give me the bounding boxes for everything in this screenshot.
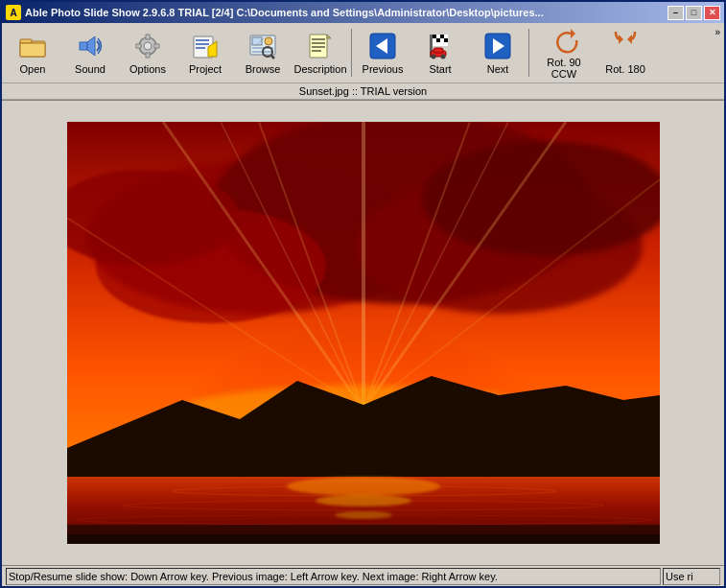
open-label: Open bbox=[20, 63, 46, 75]
start-button[interactable]: Start bbox=[411, 25, 469, 81]
rot180-icon bbox=[610, 31, 641, 61]
options-label: Options bbox=[129, 63, 166, 75]
sound-label: Sound bbox=[75, 63, 105, 75]
svg-rect-28 bbox=[312, 50, 321, 52]
svg-rect-37 bbox=[444, 35, 448, 38]
toolbar: Open Sound bbox=[2, 23, 724, 101]
status-bar: Stop/Resume slide show: Down Arrow key. … bbox=[2, 565, 724, 586]
svg-line-23 bbox=[271, 56, 274, 59]
svg-rect-10 bbox=[154, 44, 159, 48]
app-icon: A bbox=[6, 5, 21, 20]
rot90ccw-button[interactable]: Rot. 90 CCW bbox=[531, 25, 597, 81]
main-window: A Able Photo Slide Show 2.9.6.8 TRIAL [2… bbox=[0, 0, 726, 588]
svg-point-44 bbox=[432, 55, 436, 59]
window-controls: – □ ✕ bbox=[667, 6, 720, 20]
title-bar: A Able Photo Slide Show 2.9.6.8 TRIAL [2… bbox=[2, 2, 724, 23]
svg-rect-26 bbox=[312, 42, 325, 44]
svg-rect-7 bbox=[146, 35, 150, 39]
sound-icon bbox=[75, 31, 105, 61]
close-button[interactable]: ✕ bbox=[704, 6, 720, 20]
svg-point-6 bbox=[144, 42, 152, 50]
sunset-image bbox=[67, 122, 660, 544]
folder-open-icon bbox=[17, 31, 48, 61]
start-icon bbox=[425, 31, 456, 61]
filename-text: Sunset.jpg :: TRIAL version bbox=[299, 85, 427, 97]
svg-rect-12 bbox=[196, 39, 209, 41]
svg-point-18 bbox=[265, 37, 272, 45]
image-container bbox=[8, 106, 718, 559]
overflow-indicator: » bbox=[714, 25, 722, 81]
status-text-left: Stop/Resume slide show: Down Arrow key. … bbox=[6, 568, 661, 585]
browse-label: Browse bbox=[246, 63, 281, 75]
rot90ccw-label: Rot. 90 CCW bbox=[534, 57, 594, 80]
rot90ccw-icon bbox=[549, 26, 579, 55]
svg-rect-79 bbox=[67, 525, 660, 544]
svg-rect-38 bbox=[433, 38, 436, 42]
open-button[interactable]: Open bbox=[4, 25, 61, 81]
next-button[interactable]: Next bbox=[469, 25, 527, 81]
toolbar-row: Open Sound bbox=[2, 23, 724, 82]
svg-rect-41 bbox=[444, 38, 448, 42]
svg-marker-4 bbox=[87, 36, 95, 56]
status-text-right: Use ri bbox=[663, 568, 720, 585]
description-label: Description bbox=[293, 63, 346, 75]
sound-button[interactable]: Sound bbox=[61, 25, 119, 81]
filename-bar: Sunset.jpg :: TRIAL version bbox=[2, 82, 724, 100]
project-icon bbox=[190, 31, 221, 61]
options-button[interactable]: Options bbox=[119, 25, 176, 81]
maximize-button[interactable]: □ bbox=[686, 6, 702, 20]
svg-point-45 bbox=[441, 55, 446, 59]
minimize-button[interactable]: – bbox=[667, 6, 684, 20]
previous-button[interactable]: Previous bbox=[354, 25, 411, 81]
svg-rect-27 bbox=[312, 46, 325, 48]
project-label: Project bbox=[189, 63, 222, 75]
svg-rect-35 bbox=[436, 35, 440, 38]
description-button[interactable]: Description bbox=[292, 25, 349, 81]
description-icon bbox=[305, 31, 336, 61]
svg-marker-29 bbox=[327, 35, 331, 38]
svg-marker-49 bbox=[627, 35, 632, 44]
svg-rect-25 bbox=[312, 38, 325, 40]
rot180-button[interactable]: Rot. 180 bbox=[597, 25, 654, 81]
svg-rect-8 bbox=[146, 53, 150, 58]
next-icon bbox=[482, 31, 513, 61]
start-label: Start bbox=[429, 63, 451, 75]
separator-1 bbox=[351, 29, 352, 77]
options-icon bbox=[132, 31, 163, 61]
svg-rect-14 bbox=[196, 47, 205, 49]
rot180-label: Rot. 180 bbox=[605, 63, 645, 75]
next-label: Next bbox=[487, 63, 509, 75]
svg-rect-43 bbox=[433, 48, 443, 53]
svg-rect-9 bbox=[136, 44, 141, 48]
svg-rect-13 bbox=[196, 43, 209, 45]
svg-rect-34 bbox=[433, 35, 436, 38]
svg-marker-50 bbox=[619, 35, 623, 44]
svg-marker-48 bbox=[571, 29, 575, 38]
project-button[interactable]: Project bbox=[176, 25, 234, 81]
svg-rect-3 bbox=[80, 42, 87, 50]
previous-label: Previous bbox=[363, 63, 404, 75]
svg-rect-39 bbox=[436, 38, 440, 42]
svg-rect-1 bbox=[20, 39, 32, 43]
title-bar-text: Able Photo Slide Show 2.9.6.8 TRIAL [2/4… bbox=[25, 7, 664, 18]
browse-button[interactable]: Browse bbox=[234, 25, 292, 81]
browse-icon bbox=[247, 31, 278, 61]
main-content bbox=[2, 101, 724, 565]
svg-rect-36 bbox=[440, 35, 444, 38]
separator-2 bbox=[528, 29, 529, 77]
previous-icon bbox=[367, 31, 398, 61]
svg-rect-2 bbox=[20, 43, 45, 57]
svg-rect-40 bbox=[440, 38, 444, 42]
